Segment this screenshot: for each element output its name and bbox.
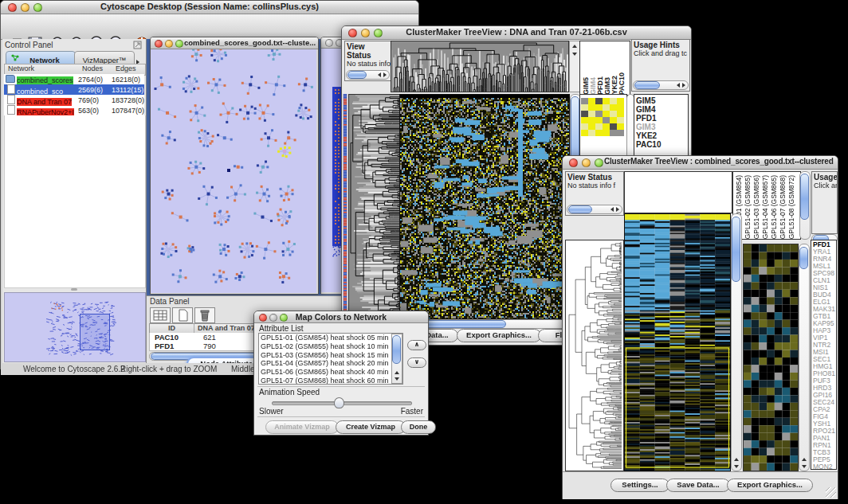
tab-network[interactable]: Network bbox=[6, 51, 76, 64]
create-vizmap-button[interactable]: Create Vizmap bbox=[336, 420, 406, 434]
move-down-button[interactable]: ∨ bbox=[407, 357, 426, 368]
export-graphics-button[interactable]: Export Graphics... bbox=[727, 479, 813, 492]
matrix-cell bbox=[617, 117, 624, 123]
tv2-zoom-panel[interactable] bbox=[743, 244, 799, 471]
matrix-cell bbox=[617, 111, 624, 117]
matrix-cell bbox=[588, 111, 595, 117]
done-button[interactable]: Done bbox=[401, 420, 436, 434]
view-status-title: View Status bbox=[566, 172, 623, 182]
tv1-heatmap[interactable] bbox=[399, 94, 570, 319]
tv1-column-scroll-strip[interactable] bbox=[569, 41, 580, 92]
tv1-gene-label[interactable]: PAC10 bbox=[636, 140, 688, 149]
matrix-cell bbox=[595, 111, 603, 117]
document-icon bbox=[7, 105, 15, 115]
usage-hints-title: Usage Hints bbox=[632, 40, 689, 49]
network-list-row[interactable]: combined_scores2764(0)16218(0) bbox=[4, 74, 144, 84]
tv2-gene-list[interactable]: PFD1YRA1RNR4MSL1SPC98CLN1NIS1BUD4ELG1MAK… bbox=[811, 240, 837, 470]
splitter-handle[interactable] bbox=[71, 288, 77, 291]
float-panel-icon[interactable] bbox=[133, 41, 142, 49]
tv1-gene-label[interactable]: GIM4 bbox=[636, 105, 688, 114]
tv1-column-label: PFD1 bbox=[596, 76, 603, 95]
tv1-column-label: PAC10 bbox=[618, 72, 625, 95]
tv2-row-dendrogram[interactable] bbox=[565, 240, 624, 471]
network-list-row[interactable]: combined_sco2569(6)13112(15) bbox=[4, 84, 144, 95]
tv1-column-dendrogram[interactable] bbox=[391, 41, 569, 92]
matrix-cell bbox=[588, 130, 595, 136]
tv2-heatmap[interactable] bbox=[624, 213, 731, 471]
document-icon bbox=[7, 95, 15, 104]
close-button[interactable] bbox=[155, 40, 163, 48]
tv2-column-dendrogram[interactable] bbox=[624, 171, 732, 213]
zoom-button[interactable] bbox=[175, 40, 183, 48]
matrix-cell bbox=[581, 123, 588, 130]
tab-vizmapper[interactable]: VizMapper™ bbox=[74, 51, 135, 64]
main-window-title: Cytoscape Desktop (Session Name: collins… bbox=[1, 2, 418, 11]
main-title-bar[interactable]: Cytoscape Desktop (Session Name: collins… bbox=[1, 1, 418, 14]
tv1-status-hscrollbar[interactable] bbox=[346, 70, 390, 80]
attribute-list-item[interactable]: GPL51-02 (GSM855) heat shock 10 min bbox=[261, 342, 402, 351]
status-hint-zoom: Right-click + drag to ZOOM bbox=[120, 365, 217, 373]
minimize-button[interactable] bbox=[582, 158, 591, 167]
network-table: combined_scores2764(0)16218(0)combined_s… bbox=[4, 74, 144, 115]
node-count: 769(0) bbox=[78, 96, 112, 104]
animation-speed-slider-thumb[interactable] bbox=[334, 397, 344, 408]
tv1-gene-label[interactable]: GIM3 bbox=[636, 123, 688, 131]
minimize-button[interactable] bbox=[165, 40, 173, 48]
slider-min-label: Slower bbox=[259, 407, 284, 416]
usage-hints-title: Usage Hints bbox=[812, 172, 837, 182]
resize-grip[interactable] bbox=[826, 487, 836, 498]
tv2-column-label: GPL51-04 (GSM857) bbox=[761, 175, 770, 239]
tv2-status-hscrollbar[interactable] bbox=[567, 205, 622, 214]
desktop: Cytoscape Desktop (Session Name: collins… bbox=[0, 0, 848, 504]
matrix-cell bbox=[610, 98, 617, 104]
treeview2-window: ClusterMaker TreeView : combined_scores_… bbox=[562, 155, 838, 499]
tv1-hints-hscrollbar[interactable] bbox=[633, 80, 689, 90]
birdseye-view[interactable] bbox=[4, 292, 146, 362]
zoom-button[interactable] bbox=[595, 158, 603, 167]
attribute-list-item[interactable]: GPL51-06 (GSM865) heat shock 40 min bbox=[261, 368, 402, 377]
network-list-row[interactable]: RNAPuberNov2+I563(0)107847(0) bbox=[4, 105, 144, 115]
usage-hints-text: Click and drag tc bbox=[632, 49, 689, 57]
tv1-row-dendrogram[interactable] bbox=[348, 94, 400, 319]
tv2-labels-vscrollbar[interactable] bbox=[799, 171, 811, 240]
matrix-cell bbox=[588, 98, 595, 104]
close-button[interactable] bbox=[569, 158, 578, 167]
attribute-list-item[interactable]: GPL51-07 (GSM868) heat shock 60 min bbox=[261, 377, 402, 385]
network-tab-icon bbox=[11, 54, 19, 61]
tv1-gene-label[interactable]: PFD1 bbox=[636, 114, 688, 123]
network-list-row[interactable]: DNA and Tran 07769(0)183728(0) bbox=[4, 95, 144, 105]
tv2-column-labels: GPL51-01 (GSM854)GPL51-02 (GSM855)GPL51-… bbox=[732, 171, 801, 240]
matrix-cell bbox=[581, 117, 588, 123]
attribute-list-item[interactable]: GPL51-04 (GSM857) heat shock 20 min bbox=[261, 359, 402, 368]
attribute-list-item[interactable]: GPL51-03 (GSM856) heat shock 15 min bbox=[261, 351, 402, 360]
export-graphics-button[interactable]: Export Graphics... bbox=[457, 329, 541, 342]
tv1-gene-label[interactable]: GIM5 bbox=[636, 96, 688, 105]
document-icon[interactable] bbox=[172, 307, 193, 323]
trash-icon[interactable] bbox=[194, 307, 215, 323]
status-welcome: Welcome to Cytoscape 2.6.2 bbox=[23, 365, 125, 373]
treeview1-title: ClusterMaker TreeView : DNA and Tran 07-… bbox=[342, 27, 691, 37]
attribute-table-icon[interactable] bbox=[150, 307, 171, 323]
matrix-cell bbox=[581, 98, 588, 104]
tv2-view-status-panel: View Status No status info f bbox=[565, 171, 624, 216]
tv1-similarity-matrix[interactable] bbox=[581, 98, 624, 136]
move-up-button[interactable]: ∧ bbox=[407, 340, 426, 350]
tv1-gene-label[interactable]: YKE2 bbox=[636, 131, 688, 140]
network-window-1[interactable]: combined_scores_good.txt--cluste... bbox=[150, 37, 319, 295]
animate-vizmap-button[interactable]: Animate Vizmap bbox=[265, 420, 339, 434]
tv2-column-label: GPL51-03 (GSM856) bbox=[752, 175, 761, 239]
tv2-gene-label[interactable]: MON2 bbox=[813, 463, 836, 470]
save-data-button[interactable]: Save Data... bbox=[666, 479, 730, 492]
close-button[interactable] bbox=[325, 39, 333, 47]
matrix-cell bbox=[617, 130, 624, 136]
attribute-list-vscrollbar[interactable] bbox=[391, 334, 402, 384]
tv2-zoom-vscrollbar[interactable] bbox=[799, 244, 810, 471]
network-canvas[interactable] bbox=[151, 49, 316, 293]
edge-count: 16218(0) bbox=[112, 76, 144, 84]
tv1-column-label: YKE2 bbox=[610, 76, 618, 95]
matrix-cell bbox=[603, 117, 610, 123]
attribute-list[interactable]: GPL51-01 (GSM854) heat shock 05 minGPL51… bbox=[258, 333, 403, 385]
tv2-heatmap-vscrollbar[interactable] bbox=[731, 213, 742, 471]
settings-button[interactable]: Settings... bbox=[610, 479, 669, 492]
attribute-list-item[interactable]: GPL51-01 (GSM854) heat shock 05 min bbox=[261, 334, 402, 342]
